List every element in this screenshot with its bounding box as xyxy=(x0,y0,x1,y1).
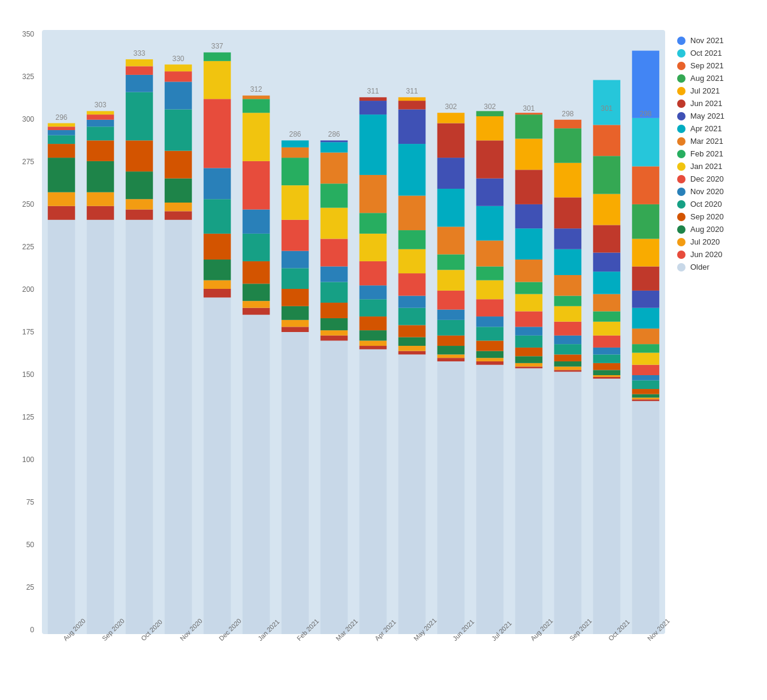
legend-dot xyxy=(677,112,686,120)
svg-rect-165 xyxy=(515,228,543,260)
svg-rect-227 xyxy=(632,51,660,118)
svg-rect-118 xyxy=(398,101,426,109)
svg-rect-219 xyxy=(632,328,660,344)
svg-rect-152 xyxy=(476,111,504,116)
svg-rect-108 xyxy=(398,337,426,346)
legend-dot xyxy=(677,188,686,196)
svg-text:301: 301 xyxy=(523,104,535,113)
legend-label: May 2021 xyxy=(690,111,724,120)
svg-rect-161 xyxy=(515,311,543,327)
legend-label: Older xyxy=(690,262,709,271)
svg-rect-146 xyxy=(476,267,504,280)
svg-rect-22 xyxy=(126,199,153,209)
svg-rect-97 xyxy=(360,261,387,285)
legend-label: Dec 2020 xyxy=(690,174,724,183)
y-axis-label: 50 xyxy=(12,541,39,549)
svg-rect-209 xyxy=(632,401,660,634)
svg-rect-43 xyxy=(204,260,231,280)
chart-area: 0255075100125150175200225250275300325350… xyxy=(12,30,755,664)
svg-rect-188 xyxy=(554,120,582,128)
legend-item: Jun 2020 xyxy=(677,250,755,259)
svg-rect-201 xyxy=(593,271,621,294)
svg-rect-213 xyxy=(632,389,660,394)
svg-rect-107 xyxy=(398,346,426,351)
svg-rect-167 xyxy=(515,170,543,204)
svg-rect-21 xyxy=(126,210,153,220)
svg-rect-200 xyxy=(593,294,621,312)
svg-rect-88 xyxy=(321,140,348,142)
svg-rect-197 xyxy=(593,336,621,348)
svg-rect-181 xyxy=(554,296,582,306)
svg-rect-116 xyxy=(398,144,426,195)
svg-rect-130 xyxy=(437,254,465,270)
svg-rect-187 xyxy=(554,128,582,163)
svg-rect-131 xyxy=(437,227,465,254)
svg-rect-178 xyxy=(554,336,582,344)
y-axis-label: 200 xyxy=(12,285,39,294)
svg-rect-63 xyxy=(282,332,309,634)
svg-rect-196 xyxy=(593,348,621,355)
legend-item: Jan 2021 xyxy=(677,162,755,171)
svg-rect-127 xyxy=(437,310,465,320)
svg-rect-144 xyxy=(476,299,504,316)
svg-rect-215 xyxy=(632,375,660,381)
svg-rect-173 xyxy=(554,370,582,372)
legend-dot xyxy=(677,74,686,83)
svg-rect-172 xyxy=(554,372,582,634)
svg-rect-226 xyxy=(632,118,660,167)
svg-rect-206 xyxy=(593,125,621,156)
svg-rect-134 xyxy=(437,123,465,158)
svg-rect-6 xyxy=(48,130,76,135)
svg-rect-210 xyxy=(632,399,660,401)
legend-dot xyxy=(677,37,686,45)
legend-item: Nov 2020 xyxy=(677,187,755,196)
svg-rect-64 xyxy=(282,327,309,332)
svg-rect-65 xyxy=(282,320,309,327)
svg-text:311: 311 xyxy=(406,87,418,95)
svg-rect-137 xyxy=(476,365,504,634)
svg-rect-77 xyxy=(321,336,348,341)
svg-rect-148 xyxy=(476,206,504,241)
y-axis-label: 125 xyxy=(12,413,39,421)
svg-rect-106 xyxy=(398,351,426,355)
legend-dot xyxy=(677,225,686,234)
svg-rect-0 xyxy=(48,220,76,634)
y-axis-label: 250 xyxy=(12,200,39,209)
svg-rect-23 xyxy=(126,171,153,199)
svg-rect-38 xyxy=(165,65,192,72)
svg-rect-57 xyxy=(243,210,270,234)
svg-rect-142 xyxy=(476,327,504,340)
svg-rect-155 xyxy=(515,367,543,369)
legend-item: Mar 2021 xyxy=(677,137,755,146)
legend-item: Sep 2020 xyxy=(677,212,755,221)
legend-label: Aug 2021 xyxy=(690,74,724,83)
svg-text:286: 286 xyxy=(289,130,301,138)
svg-rect-18 xyxy=(87,111,114,114)
svg-rect-205 xyxy=(593,156,621,194)
svg-rect-111 xyxy=(398,296,426,308)
svg-rect-87 xyxy=(321,142,348,152)
y-axis-label: 350 xyxy=(12,30,39,38)
chart-main: 0255075100125150175200225250275300325350… xyxy=(12,30,665,664)
svg-rect-67 xyxy=(282,289,309,306)
legend-item: Oct 2021 xyxy=(677,49,755,58)
svg-rect-170 xyxy=(515,113,543,114)
svg-rect-17 xyxy=(87,114,114,120)
y-axis-label: 325 xyxy=(12,73,39,81)
svg-rect-112 xyxy=(398,273,426,295)
svg-rect-186 xyxy=(554,163,582,198)
svg-rect-157 xyxy=(515,356,543,363)
legend-item: Feb 2021 xyxy=(677,149,755,158)
svg-text:330: 330 xyxy=(172,55,184,63)
legend-item: Older xyxy=(677,262,755,271)
svg-rect-224 xyxy=(632,204,660,239)
svg-rect-14 xyxy=(87,140,114,161)
y-axis-label: 0 xyxy=(12,626,39,634)
svg-rect-139 xyxy=(476,358,504,361)
svg-rect-156 xyxy=(515,363,543,367)
legend-item: Jul 2021 xyxy=(677,86,755,95)
svg-rect-133 xyxy=(437,158,465,189)
svg-rect-15 xyxy=(87,126,114,140)
svg-rect-182 xyxy=(554,275,582,296)
svg-rect-78 xyxy=(321,330,348,336)
